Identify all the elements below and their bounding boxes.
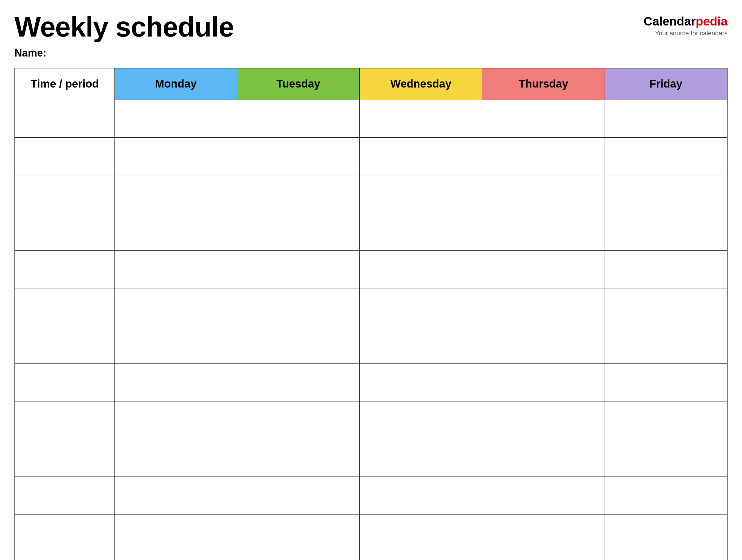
page-header: Weekly schedule Name: Calendarpedia Your… xyxy=(14,12,728,59)
cell-row4-col1[interactable] xyxy=(114,251,237,289)
cell-row0-col3[interactable] xyxy=(360,100,482,138)
table-row xyxy=(15,364,727,401)
cell-row2-col3[interactable] xyxy=(360,175,482,213)
cell-row6-col0[interactable] xyxy=(15,326,114,364)
col-header-wednesday: Wednesday xyxy=(360,68,482,100)
cell-row12-col2[interactable] xyxy=(237,552,360,560)
cell-row9-col4[interactable] xyxy=(482,439,604,477)
title-area: Weekly schedule Name: xyxy=(14,12,234,59)
cell-row7-col3[interactable] xyxy=(360,364,482,401)
table-row xyxy=(15,100,727,138)
table-body xyxy=(15,100,727,560)
cell-row9-col3[interactable] xyxy=(360,439,482,477)
cell-row6-col1[interactable] xyxy=(114,326,237,364)
cell-row5-col5[interactable] xyxy=(604,289,727,326)
cell-row6-col3[interactable] xyxy=(360,326,482,364)
cell-row8-col5[interactable] xyxy=(604,401,727,439)
logo-pedia: pedia xyxy=(696,14,728,28)
cell-row9-col5[interactable] xyxy=(604,439,727,477)
cell-row9-col1[interactable] xyxy=(114,439,237,477)
table-row xyxy=(15,401,727,439)
cell-row7-col0[interactable] xyxy=(15,364,114,401)
cell-row0-col4[interactable] xyxy=(482,100,604,138)
cell-row4-col2[interactable] xyxy=(237,251,360,289)
logo-calendar: Calendar xyxy=(644,14,696,28)
cell-row12-col5[interactable] xyxy=(604,552,727,560)
cell-row6-col4[interactable] xyxy=(482,326,604,364)
cell-row3-col5[interactable] xyxy=(604,213,727,251)
cell-row3-col2[interactable] xyxy=(237,213,360,251)
cell-row5-col3[interactable] xyxy=(360,289,482,326)
cell-row12-col4[interactable] xyxy=(482,552,604,560)
cell-row10-col3[interactable] xyxy=(360,477,482,514)
cell-row3-col4[interactable] xyxy=(482,213,604,251)
cell-row8-col2[interactable] xyxy=(237,401,360,439)
table-row xyxy=(15,477,727,514)
cell-row2-col2[interactable] xyxy=(237,175,360,213)
cell-row12-col3[interactable] xyxy=(360,552,482,560)
cell-row8-col1[interactable] xyxy=(114,401,237,439)
cell-row5-col1[interactable] xyxy=(114,289,237,326)
cell-row3-col3[interactable] xyxy=(360,213,482,251)
cell-row11-col3[interactable] xyxy=(360,514,482,552)
cell-row3-col1[interactable] xyxy=(114,213,237,251)
cell-row0-col5[interactable] xyxy=(604,100,727,138)
cell-row10-col0[interactable] xyxy=(15,477,114,514)
cell-row2-col4[interactable] xyxy=(482,175,604,213)
schedule-table: Time / period Monday Tuesday Wednesday T… xyxy=(14,68,728,560)
cell-row8-col3[interactable] xyxy=(360,401,482,439)
table-row xyxy=(15,326,727,364)
cell-row11-col1[interactable] xyxy=(114,514,237,552)
cell-row0-col2[interactable] xyxy=(237,100,360,138)
table-row xyxy=(15,138,727,175)
cell-row12-col0[interactable] xyxy=(15,552,114,560)
cell-row10-col1[interactable] xyxy=(114,477,237,514)
cell-row1-col1[interactable] xyxy=(114,138,237,175)
cell-row9-col0[interactable] xyxy=(15,439,114,477)
cell-row10-col5[interactable] xyxy=(604,477,727,514)
cell-row11-col4[interactable] xyxy=(482,514,604,552)
cell-row2-col1[interactable] xyxy=(114,175,237,213)
cell-row4-col5[interactable] xyxy=(604,251,727,289)
cell-row11-col2[interactable] xyxy=(237,514,360,552)
cell-row7-col1[interactable] xyxy=(114,364,237,401)
cell-row1-col2[interactable] xyxy=(237,138,360,175)
cell-row10-col2[interactable] xyxy=(237,477,360,514)
cell-row8-col4[interactable] xyxy=(482,401,604,439)
cell-row4-col4[interactable] xyxy=(482,251,604,289)
cell-row5-col4[interactable] xyxy=(482,289,604,326)
cell-row6-col2[interactable] xyxy=(237,326,360,364)
cell-row2-col5[interactable] xyxy=(604,175,727,213)
logo-area: Calendarpedia Your source for calendars xyxy=(644,12,728,37)
name-label: Name: xyxy=(14,47,234,59)
cell-row10-col4[interactable] xyxy=(482,477,604,514)
cell-row0-col0[interactable] xyxy=(15,100,114,138)
cell-row9-col2[interactable] xyxy=(237,439,360,477)
cell-row1-col5[interactable] xyxy=(604,138,727,175)
cell-row2-col0[interactable] xyxy=(15,175,114,213)
table-row xyxy=(15,175,727,213)
col-header-monday: Monday xyxy=(114,68,237,100)
col-header-tuesday: Tuesday xyxy=(237,68,360,100)
logo-subtitle: Your source for calendars xyxy=(655,30,728,37)
cell-row5-col0[interactable] xyxy=(15,289,114,326)
table-row xyxy=(15,289,727,326)
cell-row4-col0[interactable] xyxy=(15,251,114,289)
cell-row12-col1[interactable] xyxy=(114,552,237,560)
col-header-thursday: Thursday xyxy=(482,68,604,100)
cell-row0-col1[interactable] xyxy=(114,100,237,138)
cell-row7-col2[interactable] xyxy=(237,364,360,401)
cell-row7-col5[interactable] xyxy=(604,364,727,401)
cell-row11-col5[interactable] xyxy=(604,514,727,552)
cell-row6-col5[interactable] xyxy=(604,326,727,364)
cell-row5-col2[interactable] xyxy=(237,289,360,326)
cell-row4-col3[interactable] xyxy=(360,251,482,289)
cell-row7-col4[interactable] xyxy=(482,364,604,401)
table-row xyxy=(15,213,727,251)
cell-row3-col0[interactable] xyxy=(15,213,114,251)
cell-row11-col0[interactable] xyxy=(15,514,114,552)
cell-row1-col0[interactable] xyxy=(15,138,114,175)
cell-row1-col3[interactable] xyxy=(360,138,482,175)
cell-row1-col4[interactable] xyxy=(482,138,604,175)
cell-row8-col0[interactable] xyxy=(15,401,114,439)
